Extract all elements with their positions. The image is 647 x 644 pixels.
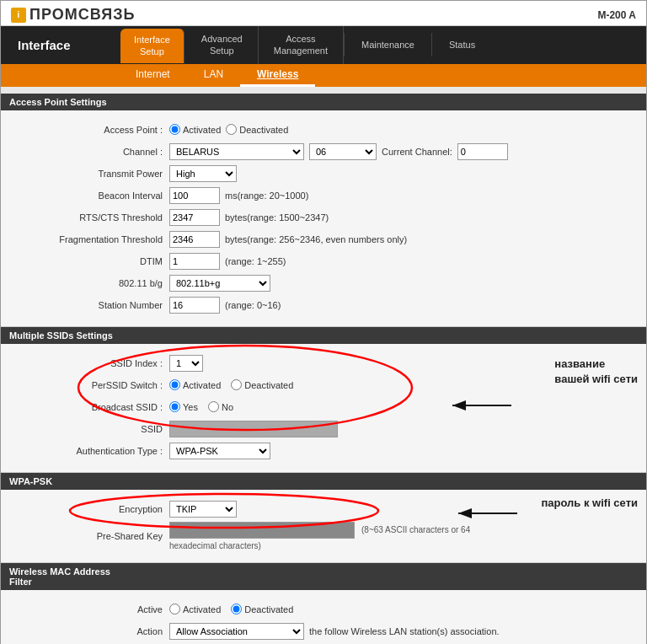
multiple-ssids-section: Multiple SSIDs Settings названиевашей wi…: [1, 327, 646, 473]
radio-broadcast-yes-label: Yes: [183, 402, 198, 412]
radio-broadcast-yes[interactable]: Yes: [169, 401, 198, 412]
radio-perssid-activated-input[interactable]: [169, 379, 180, 390]
value-psk: (8~63 ASCII characters or 64 hexadecimal…: [169, 522, 629, 550]
access-point-body: Access Point : Activated Deactivated Ch: [1, 110, 646, 327]
row-ssid: SSID: [18, 420, 629, 438]
row-perssid: PerSSID Switch : Activated Deactivated: [18, 376, 629, 394]
tab-access-management[interactable]: AccessManagement: [259, 26, 344, 64]
label-dtim: DTIM: [18, 256, 169, 266]
page-wrapper: i ПРОМСВЯЗЬ M-200 A Interface InterfaceS…: [0, 0, 647, 644]
wpa-psk-header: WPA-PSK: [1, 473, 646, 490]
wpa-psk-body: пароль к wifi сети Encryption TKIP: [1, 490, 646, 563]
nav-maintenance[interactable]: Maintenance: [344, 33, 431, 56]
row-frag: Fragmentation Threshold bytes(range: 256…: [18, 230, 629, 249]
radio-ap-activated-label: Activated: [183, 125, 221, 135]
channel-country-select[interactable]: BELARUS: [169, 143, 304, 160]
channel-num-select[interactable]: 06: [309, 143, 377, 160]
value-dtim: (range: 1~255): [169, 253, 629, 270]
ssid-input[interactable]: [169, 421, 338, 437]
label-auth-type: Authentication Type :: [18, 446, 169, 456]
psk-input[interactable]: [169, 522, 355, 539]
nav-tabs: InterfaceSetup AdvancedSetup AccessManag…: [119, 26, 646, 64]
ssid-annotation-text: названиевашей wifi сети: [554, 357, 638, 387]
row-psk: Pre-Shared Key (8~63 ASCII characters or…: [18, 522, 629, 550]
transmit-power-select[interactable]: High: [169, 165, 237, 182]
sub-nav-lan[interactable]: LAN: [187, 64, 240, 87]
radio-mac-activated[interactable]: Activated: [169, 604, 221, 614]
label-dot11: 802.11 b/g: [18, 278, 169, 288]
label-frag: Fragmentation Threshold: [18, 234, 169, 244]
value-channel: BELARUS 06 Current Channel:: [169, 143, 629, 160]
mac-filter-section: Wireless MAC AddressFilter Active Activa…: [1, 563, 646, 644]
radio-perssid-deactivated-input[interactable]: [231, 379, 242, 390]
radio-broadcast-yes-input[interactable]: [169, 401, 180, 412]
encryption-select[interactable]: TKIP: [169, 501, 237, 518]
value-rts: bytes(range: 1500~2347): [169, 209, 629, 226]
sub-nav-internet[interactable]: Internet: [119, 64, 187, 87]
radio-mac-activated-input[interactable]: [169, 604, 180, 614]
logo-icon: i: [11, 8, 26, 23]
tab-advanced-setup[interactable]: AdvancedSetup: [186, 26, 259, 64]
radio-ap-activated[interactable]: Activated: [169, 124, 221, 135]
row-beacon: Beacon Interval ms(range: 20~1000): [18, 186, 629, 205]
radio-broadcast-no-input[interactable]: [208, 401, 219, 412]
sub-nav: Internet LAN Wireless: [1, 64, 646, 87]
label-transmit-power: Transmit Power: [18, 169, 169, 179]
nav-status[interactable]: Status: [431, 33, 492, 56]
row-mac-active: Active Activated Deactivated: [18, 600, 629, 619]
label-ssid-index: SSID Index :: [18, 358, 169, 368]
radio-perssid-activated-label: Activated: [183, 380, 221, 390]
top-header: i ПРОМСВЯЗЬ M-200 A: [1, 1, 646, 26]
sub-nav-wireless[interactable]: Wireless: [240, 64, 315, 87]
psk-hint2: hexadecimal characters): [169, 541, 261, 550]
radio-mac-deactivated-label: Deactivated: [244, 604, 293, 614]
label-perssid: PerSSID Switch :: [18, 380, 169, 390]
label-beacon: Beacon Interval: [18, 191, 169, 201]
beacon-interval-input[interactable]: [169, 187, 220, 204]
radio-perssid-deactivated[interactable]: Deactivated: [231, 379, 293, 390]
value-broadcast-ssid: Yes No: [169, 401, 629, 412]
radio-mac-deactivated[interactable]: Deactivated: [231, 604, 293, 614]
radio-broadcast-no[interactable]: No: [208, 401, 233, 412]
station-hint: (range: 0~16): [225, 300, 281, 310]
value-auth-type: WPA-PSK: [169, 443, 629, 459]
frag-hint: bytes(range: 256~2346, even numbers only…: [225, 234, 407, 244]
rts-input[interactable]: [169, 209, 220, 226]
nav-interface-label: Interface: [1, 26, 119, 64]
label-mac-active: Active: [18, 604, 169, 614]
label-broadcast-ssid: Broadcast SSID :: [18, 402, 169, 412]
logo-text: ПРОМСВЯЗЬ: [29, 6, 135, 24]
label-encryption: Encryption: [18, 504, 169, 514]
value-beacon: ms(range: 20~1000): [169, 187, 629, 204]
radio-ap-activated-input[interactable]: [169, 124, 180, 135]
frag-input[interactable]: [169, 231, 220, 248]
station-input[interactable]: [169, 297, 220, 314]
current-channel-input[interactable]: [457, 143, 508, 160]
mac-filter-body: Active Activated Deactivated Action: [1, 590, 646, 644]
auth-type-select[interactable]: WPA-PSK: [169, 443, 270, 459]
radio-perssid-activated[interactable]: Activated: [169, 379, 221, 390]
beacon-hint: ms(range: 20~1000): [225, 191, 308, 201]
value-dot11: 802.11b+g: [169, 275, 629, 292]
ssid-index-select[interactable]: 1: [169, 355, 203, 372]
logo: i ПРОМСВЯЗЬ: [11, 6, 135, 24]
psk-hint1: (8~63 ASCII characters or 64: [361, 525, 470, 534]
multiple-ssids-header: Multiple SSIDs Settings: [1, 327, 646, 344]
dtim-input[interactable]: [169, 253, 220, 270]
label-rts: RTS/CTS Threshold: [18, 212, 169, 223]
radio-mac-deactivated-input[interactable]: [231, 604, 242, 614]
value-access-point: Activated Deactivated: [169, 124, 629, 135]
tab-interface-setup[interactable]: InterfaceSetup: [120, 29, 184, 63]
mac-filter-header: Wireless MAC AddressFilter: [1, 563, 646, 590]
dot11-select[interactable]: 802.11b+g: [169, 275, 270, 292]
row-mac-action: Action Allow Association the follow Wire…: [18, 622, 629, 641]
label-mac-action: Action: [18, 626, 169, 636]
label-channel: Channel :: [18, 147, 169, 157]
radio-ap-deactivated[interactable]: Deactivated: [226, 124, 288, 135]
mac-action-select[interactable]: Allow Association: [169, 623, 304, 640]
row-access-point: Access Point : Activated Deactivated: [18, 121, 629, 139]
rts-hint: bytes(range: 1500~2347): [225, 212, 329, 223]
radio-ap-deactivated-input[interactable]: [226, 124, 237, 135]
radio-broadcast-no-label: No: [222, 402, 233, 412]
row-broadcast-ssid: Broadcast SSID : Yes No: [18, 398, 629, 416]
